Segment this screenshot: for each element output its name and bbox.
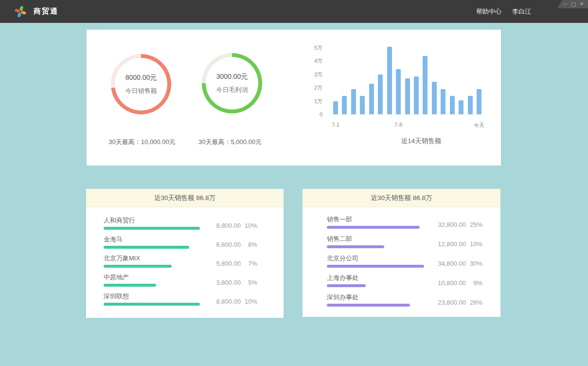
x-tick-label: 7-1 [332,122,339,128]
list-item: 销售一部32,800.0025% [327,215,482,229]
item-bar [104,227,200,230]
list-item: 销售二部12,800.0010% [327,235,482,248]
today-sales-donut: 8000.00元 今日销售额 [111,54,171,114]
x-tick-label: 今天 [474,122,484,129]
today-sales-30d-max: 30天最高：10,000.00元 [108,138,175,146]
y-tick-label: 0 [296,111,322,118]
bar [477,89,481,114]
bar [468,96,473,115]
today-profit-30d-max: 30天最高：5,000.00元 [198,138,262,146]
item-numbers: 23,800.0026% [428,299,482,306]
item-bar [104,265,172,268]
titlebar: 商贸通 帮助中心 李白江 — ▢ ✕ [0,0,588,23]
item-numbers: 10,800.009% [428,279,482,287]
sales-bar-plot [333,46,481,114]
y-tick-label: 1万 [296,98,322,105]
today-profit-donut-center: 3000.00元 今日毛利润 [206,57,258,110]
item-value: 8,800.00 [203,298,241,305]
maximize-icon[interactable]: ▢ [571,2,576,6]
bar [396,69,401,115]
y-tick-label: 3万 [296,71,322,78]
bar [378,74,383,115]
bar [423,56,428,114]
list-item: 北京万象MIX5,800.007% [104,254,257,268]
y-tick-label: 4万 [296,57,322,64]
item-numbers: 8,800.0010% [203,222,257,229]
item-percent: 10% [241,222,257,229]
list-item: 上海办事处10,800.009% [327,274,482,287]
item-bar [327,284,366,287]
today-profit-value: 3000.00元 [216,73,248,81]
item-percent: 26% [466,299,482,306]
summary-card: 8000.00元 今日销售额 30天最高：10,000.00元 3000.00元… [87,30,501,165]
item-bar [327,304,410,307]
customer-sales-card: 近30天销售额 86.8万 人和商贸行8,800.0010%金海马6,800.0… [86,189,284,318]
item-numbers: 5,800.007% [203,260,257,267]
item-value: 34,800.00 [428,260,466,267]
item-bar [104,246,189,249]
item-value: 5,800.00 [203,260,241,267]
item-bar [327,265,424,268]
item-numbers: 3,800.005% [203,279,257,286]
item-value: 6,800.00 [203,241,241,248]
customer-sales-card-title: 近30天销售额 86.8万 [86,189,284,207]
x-tick-label: 7-8 [394,122,402,128]
item-numbers: 8,800.0010% [203,298,257,305]
item-numbers: 34,800.0030% [428,260,482,267]
item-percent: 10% [466,240,482,248]
item-percent: 9% [466,279,482,287]
bar [342,96,347,115]
bar [450,96,455,115]
item-percent: 8% [241,241,257,248]
list-item: 北京分公司34,800.0030% [327,254,482,268]
top-nav: 帮助中心 李白江 [476,7,531,16]
item-value: 12,800.00 [428,240,466,248]
app-title: 商贸通 [34,7,58,16]
item-percent: 30% [466,260,482,267]
item-value: 3,800.00 [203,279,241,286]
item-percent: 25% [466,221,482,228]
customer-sales-list: 人和商贸行8,800.0010%金海马6,800.008%北京万象MIX5,80… [86,207,284,306]
app-logo-icon [15,6,26,18]
item-numbers: 12,800.0010% [428,240,482,248]
item-percent: 7% [241,260,257,267]
help-center-link[interactable]: 帮助中心 [476,7,501,16]
user-name-link[interactable]: 李白江 [512,7,531,16]
today-profit-label: 今日毛利润 [216,86,248,94]
item-bar [327,226,420,229]
list-item: 深圳联想8,800.0010% [104,292,257,306]
today-sales-label: 今日销售额 [125,87,157,95]
item-bar [327,245,384,248]
bar [432,82,437,114]
close-icon[interactable]: ✕ [580,2,584,6]
item-bar [104,284,156,287]
bar [441,89,445,114]
minimize-icon[interactable]: — [563,2,567,6]
bar [414,76,419,114]
item-value: 8,800.00 [203,222,241,229]
list-item: 人和商贸行8,800.0010% [104,216,257,230]
bar [459,100,463,114]
bar [405,78,410,114]
item-bar [104,303,200,306]
bar [333,101,338,115]
bar [369,84,374,114]
list-item: 深圳办事处23,800.0026% [327,293,482,307]
list-item: 中原地产3,800.005% [104,273,257,287]
today-sales-value: 8000.00元 [125,73,157,82]
item-percent: 5% [241,279,257,286]
y-tick-label: 2万 [296,84,322,91]
y-tick-label: 5万 [296,44,322,51]
item-numbers: 6,800.008% [203,241,257,248]
department-sales-card: 近30天销售额 86.8万 销售一部32,800.0025%销售二部12,800… [303,189,500,317]
department-sales-list: 销售一部32,800.0025%销售二部12,800.0010%北京分公司34,… [303,207,500,307]
item-percent: 10% [241,298,257,305]
bar [360,96,365,115]
today-profit-donut: 3000.00元 今日毛利润 [202,53,262,113]
list-item: 金海马6,800.008% [104,235,257,249]
bar [351,89,356,114]
bar-chart-title: 近14天销售额 [401,137,442,146]
window-controls: — ▢ ✕ [557,0,588,8]
item-numbers: 32,800.0025% [428,221,482,228]
bar [387,47,392,114]
